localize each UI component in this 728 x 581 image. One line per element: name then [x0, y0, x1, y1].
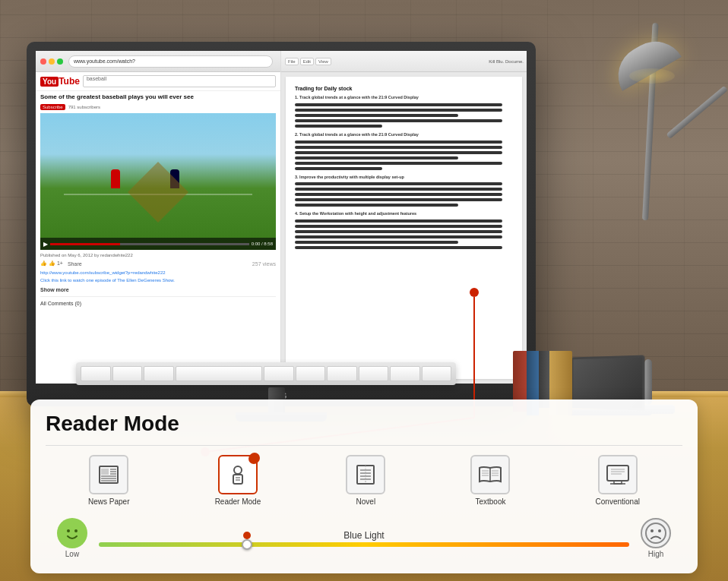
text-line	[295, 146, 502, 149]
section1-title: 1. Track global trends at a glance with …	[295, 94, 513, 101]
low-face-group: Low	[53, 518, 91, 558]
video-meta: Published on May 6, 2012 by redandwhite2…	[36, 251, 280, 259]
subscribe-btn[interactable]: Subscribe	[40, 104, 65, 110]
mode-newspaper-icon[interactable]	[89, 455, 128, 494]
text-line	[295, 151, 502, 154]
key[interactable]	[144, 366, 174, 381]
text-line	[295, 167, 382, 170]
video-stats: 👍 👍 1+ Share 257 views	[36, 259, 280, 268]
text-line	[295, 235, 502, 238]
show-more[interactable]: Show more	[36, 286, 280, 294]
browser-maximize-btn[interactable]	[57, 58, 63, 65]
slider-wrapper	[99, 542, 629, 547]
key[interactable]	[422, 366, 452, 381]
mode-novel-label: Novel	[356, 497, 376, 506]
subscribers: 791 subscribers	[68, 105, 100, 109]
text-line	[295, 156, 458, 159]
key[interactable]	[112, 366, 143, 381]
reader-separator	[46, 445, 682, 446]
high-face-group: High	[637, 518, 675, 558]
conventional-svg	[605, 463, 631, 486]
mode-reader-label: Reader Mode	[215, 497, 261, 506]
blue-light-slider-container: Blue Light	[99, 530, 629, 547]
browser-close-btn[interactable]	[40, 58, 46, 65]
slider-thumb[interactable]	[242, 539, 252, 550]
key[interactable]	[359, 366, 389, 381]
active-indicator	[249, 453, 260, 463]
video-published: Published on May 6, 2012 by redandwhite2…	[40, 253, 133, 257]
share-button[interactable]: Share	[68, 261, 82, 267]
youtube-search-input[interactable]: baseball	[83, 75, 276, 87]
toolbar-btn-2[interactable]: Edit	[300, 58, 314, 65]
svg-point-34	[62, 523, 82, 543]
document-content: Trading for Daily stock 1. Track global …	[286, 77, 522, 379]
doc-body: 1. Track global trends at a glance with …	[295, 94, 513, 249]
monitor-screen: www.youtube.com/watch? YouTube baseball	[36, 51, 527, 384]
mode-conventional-icon[interactable]	[598, 455, 638, 494]
blue-light-section: Low Blue Light High	[46, 515, 682, 561]
divider	[40, 296, 276, 297]
text-line	[295, 125, 382, 128]
novel-svg	[354, 463, 377, 486]
slider-track[interactable]	[99, 542, 629, 547]
svg-point-37	[646, 523, 666, 543]
key[interactable]	[390, 366, 420, 381]
text-line	[295, 109, 502, 112]
text-line	[295, 193, 502, 196]
url-description[interactable]: http://www.youtube.com/subscribe_widget?…	[40, 270, 276, 276]
low-label: Low	[53, 550, 91, 558]
svg-rect-28	[607, 466, 628, 481]
progress-bar[interactable]	[50, 243, 249, 245]
text-line	[295, 225, 502, 228]
key[interactable]	[327, 366, 357, 381]
text-line	[295, 204, 458, 207]
text-line	[295, 162, 502, 165]
mode-novel-icon[interactable]	[346, 455, 385, 494]
mode-newspaper[interactable]: News Paper	[88, 455, 129, 506]
browser-minimize-btn[interactable]	[49, 58, 55, 65]
like-button[interactable]: 👍 👍 1+	[40, 261, 63, 267]
mode-novel[interactable]: Novel	[346, 455, 385, 506]
toolbar-btn-3[interactable]: View	[315, 58, 331, 65]
youtube-content: YouTube baseball Some of the greatest ba…	[36, 72, 280, 384]
svg-point-35	[67, 529, 70, 532]
text-line	[295, 188, 502, 191]
reader-modes: News Paper Reader Mode	[46, 455, 682, 506]
key[interactable]	[296, 366, 326, 381]
document-panel: File Edit View Kill Blu. Docume. Trading…	[281, 51, 527, 384]
svg-rect-4	[101, 469, 109, 475]
svg-point-11	[234, 466, 242, 474]
key[interactable]	[81, 366, 111, 381]
progress-fill	[50, 243, 120, 245]
mode-textbook-label: Textbook	[475, 497, 505, 506]
text-line	[295, 103, 502, 106]
sad-face-icon	[641, 518, 671, 548]
svg-point-36	[74, 529, 78, 532]
svg-point-39	[658, 529, 661, 532]
text-line	[295, 182, 502, 185]
mode-newspaper-label: News Paper	[88, 497, 129, 506]
mode-conventional[interactable]: Conventional	[596, 455, 640, 506]
text-line	[295, 241, 458, 244]
toolbar-btn-1[interactable]: File	[285, 58, 299, 65]
mode-reader[interactable]: Reader Mode	[215, 455, 261, 506]
mode-textbook-icon[interactable]	[470, 455, 510, 494]
mode-reader-icon[interactable]	[218, 455, 258, 494]
text-line	[295, 246, 502, 249]
video-container[interactable]: ▶ 0:00 / 8:58	[40, 113, 276, 250]
url-text: www.youtube.com/watch?	[74, 58, 135, 64]
link-text[interactable]: Click this link to watch one episode of …	[40, 277, 276, 283]
video-description: http://www.youtube.com/subscribe_widget?…	[36, 268, 280, 286]
key[interactable]	[264, 366, 294, 381]
section3-title: 3. Improve the productivity with multipl…	[295, 174, 513, 181]
youtube-logo: YouTube	[40, 76, 80, 87]
like-count: 👍 1+	[49, 261, 63, 267]
slider-position-dot	[243, 532, 251, 539]
play-button[interactable]: ▶	[43, 241, 48, 248]
reader-svg	[226, 463, 250, 487]
all-comments-label: All Comments (0)	[36, 299, 280, 308]
address-bar[interactable]: www.youtube.com/watch?	[68, 55, 273, 68]
spacebar[interactable]	[176, 366, 263, 381]
mode-conventional-label: Conventional	[596, 497, 640, 506]
mode-textbook[interactable]: Textbook	[470, 455, 510, 506]
